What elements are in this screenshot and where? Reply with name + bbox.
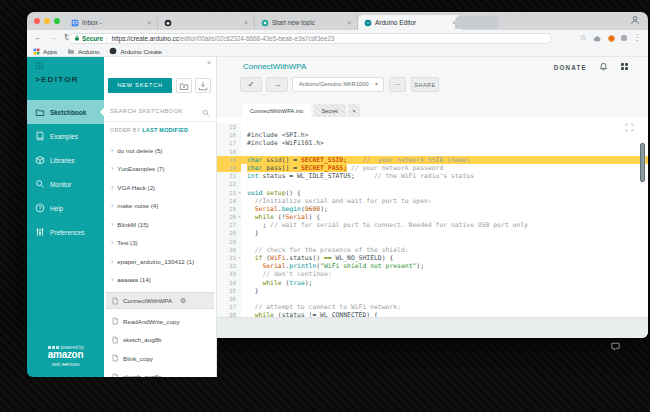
sketch-label: Tesi (3) xyxy=(117,239,137,246)
sketch-file-icon xyxy=(111,336,119,344)
forward-button[interactable]: → xyxy=(49,30,57,46)
new-sketch-button[interactable]: NEW SKETCH xyxy=(108,78,172,93)
code-line[interactable]: 24 //Initialize serial and wait for port… xyxy=(217,197,648,205)
editor-tab-connectwithwpa-ino[interactable]: ConnectWithWPA.ino xyxy=(242,104,311,117)
sketch-folder-vga-hack-2[interactable]: ›VGA Hack (2) xyxy=(104,178,216,197)
sidebar-item-preferences[interactable]: Preferences xyxy=(27,220,104,244)
code-line[interactable]: 21int status = WL_IDLE_STATUS; // the Wi… xyxy=(217,172,648,180)
bookmark-star-icon[interactable]: ☆ xyxy=(580,30,587,46)
sidebar-item-help[interactable]: ?Help xyxy=(27,196,104,220)
sidebar-item-sketchbook[interactable]: Sketchbook xyxy=(27,100,104,124)
upload-button[interactable]: → xyxy=(266,77,288,92)
code-line[interactable]: 35 } xyxy=(217,287,648,295)
bookmark-arduino[interactable]: Arduino xyxy=(67,47,99,55)
browser-tab-start-new-topic[interactable]: Start new topic× xyxy=(255,15,358,30)
verify-button[interactable]: ✓ xyxy=(240,77,262,92)
editor-scrollbar[interactable] xyxy=(640,143,645,182)
arduino-apps-icon[interactable] xyxy=(620,62,629,71)
import-sketch-button[interactable] xyxy=(195,78,211,93)
new-tab-button[interactable] xyxy=(455,16,499,29)
sketch-item-connectwithwpa[interactable]: ConnectWithWPA⚙ xyxy=(106,292,214,309)
code-line[interactable]: 25 Serial.begin(9600); xyxy=(217,205,648,213)
fullscreen-expand-icon[interactable] xyxy=(625,123,634,132)
cloud-extension-icon[interactable] xyxy=(593,35,602,42)
gear-icon[interactable]: ⚙ xyxy=(180,297,186,305)
code-line[interactable]: 22 xyxy=(217,180,648,188)
tab-close-icon[interactable]: × xyxy=(142,19,151,26)
code-line[interactable]: 33 // don't continue: xyxy=(217,270,648,278)
browser-tab-arduino-editor[interactable]: ∞Arduino Editor× xyxy=(358,15,462,30)
sketch-folder-blinkm-15[interactable]: ›BlinkM (15) xyxy=(104,215,216,234)
code-line[interactable]: 28 } xyxy=(217,229,648,237)
fold-icon[interactable]: ▾ xyxy=(238,213,241,221)
code-line[interactable]: 34 while (true); xyxy=(217,279,648,287)
tab-close-icon[interactable]: × xyxy=(342,19,351,26)
sketch-item-readandwrite-copy[interactable]: ReadAndWrite_copy xyxy=(104,312,216,331)
sketch-folder-make-noise-4[interactable]: ›make noise (4) xyxy=(104,197,216,216)
feedback-bubble-icon[interactable] xyxy=(610,341,621,352)
minimize-window-button[interactable] xyxy=(44,18,50,24)
line-number: 17 xyxy=(217,139,241,147)
code-line[interactable]: 31▾ if (WiFi.status() == WL_NO_SHIELD) { xyxy=(217,254,648,262)
board-selector[interactable]: Arduino/Genuino MKR1000 ▾ xyxy=(292,77,384,92)
order-by[interactable]: ORDER BY LAST MODIFIED xyxy=(110,127,188,133)
fold-icon[interactable]: ▾ xyxy=(238,254,241,262)
code-line[interactable]: 17#include <WiFi101.h> xyxy=(217,139,648,147)
code-line[interactable]: 30 // check for the presence of the shie… xyxy=(217,246,648,254)
share-button[interactable]: SHARE xyxy=(411,77,439,92)
code-line[interactable]: 20char pass[] = SECRET_PASS; // your net… xyxy=(217,164,648,172)
sketch-item-sketch-aug8c[interactable]: sketch_aug8c xyxy=(104,368,216,378)
fold-icon[interactable]: ▾ xyxy=(238,189,241,197)
code-line[interactable]: 37 // attempt to connect to WiFi network… xyxy=(217,303,648,311)
sidebar-item-monitor[interactable]: Monitor xyxy=(27,172,104,196)
browser-tab-github[interactable]: × xyxy=(158,15,255,30)
monitor-icon xyxy=(35,179,45,189)
tab-close-icon[interactable]: × xyxy=(239,19,248,26)
code-line[interactable]: 16#include <SPI.h> xyxy=(217,131,648,139)
gray-extension-icon[interactable] xyxy=(621,35,627,41)
code-line[interactable]: 26▾ while (!Serial) { xyxy=(217,213,648,221)
address-bar[interactable]: Secure | https://create.arduino.cc/edito… xyxy=(68,33,552,44)
code-text xyxy=(241,148,247,156)
sketch-folder-yunexamples-7[interactable]: ›YunExamples (7) xyxy=(104,160,216,179)
orange-extension-icon[interactable] xyxy=(608,35,615,42)
code-line[interactable]: 27 ; // wait for serial port to connect.… xyxy=(217,221,648,229)
sketch-folder-epaper-arduino-130412-1[interactable]: ›epaper_arduino_130412 (1) xyxy=(104,252,216,271)
search-sketchbook-input[interactable] xyxy=(110,108,196,114)
browser-tab-inbox[interactable]: Inbox -× xyxy=(65,15,158,30)
donate-link[interactable]: DONATE xyxy=(554,64,587,71)
code-line[interactable]: 18 xyxy=(217,148,648,156)
apps-grid-icon[interactable] xyxy=(35,61,44,70)
back-button[interactable]: ← xyxy=(34,30,42,46)
code-line[interactable]: 15 xyxy=(217,123,648,131)
browser-menu-icon[interactable]: ⋮ xyxy=(633,30,641,46)
code-line[interactable]: 19char ssid[] = SECRET_SSID; // your net… xyxy=(217,156,648,164)
bookmark-arduino-create[interactable]: Arduino Create xyxy=(109,47,162,55)
sketch-label: sketch_aug8b xyxy=(123,336,162,343)
bookmark-apps[interactable]: Apps xyxy=(33,48,57,55)
panel-close-icon[interactable]: × xyxy=(207,59,211,66)
sketch-item-blink-copy[interactable]: Blink_copy xyxy=(104,349,216,368)
code-editor[interactable]: 1516#include <SPI.h>17#include <WiFi101.… xyxy=(217,117,648,317)
zoom-window-button[interactable] xyxy=(54,18,60,24)
sketch-label: BlinkM (15) xyxy=(117,221,148,228)
sketch-folder-aaaaaa-14[interactable]: ›aaaaaa (14) xyxy=(104,271,216,290)
notifications-bell-icon[interactable] xyxy=(599,62,608,71)
editor-tab-secret[interactable]: Secret xyxy=(313,104,345,117)
close-window-button[interactable] xyxy=(34,18,40,24)
code-line[interactable]: 36 xyxy=(217,295,648,303)
sketch-folder-tesi-3[interactable]: ›Tesi (3) xyxy=(104,234,216,253)
more-options-button[interactable]: ⋯ xyxy=(389,77,406,92)
code-line[interactable]: 29 xyxy=(217,238,648,246)
new-folder-button[interactable] xyxy=(176,78,192,93)
browser-profile-icon[interactable] xyxy=(630,15,640,25)
sketch-folder-do-not-delete-5[interactable]: ›do not delete (5) xyxy=(104,141,216,160)
editor-footer-bar xyxy=(217,317,648,338)
code-line[interactable]: 32 Serial.println("WiFi shield not prese… xyxy=(217,262,648,270)
sketch-item-sketch-aug8b[interactable]: sketch_aug8b xyxy=(104,331,216,350)
sidebar-item-examples[interactable]: Examples xyxy=(27,124,104,148)
editor-tabs-chevron-icon[interactable]: ▾ xyxy=(348,104,361,117)
chevron-right-icon: › xyxy=(111,147,113,154)
code-line[interactable]: 23▾void setup() { xyxy=(217,189,648,197)
sidebar-item-libraries[interactable]: Libraries xyxy=(27,148,104,172)
